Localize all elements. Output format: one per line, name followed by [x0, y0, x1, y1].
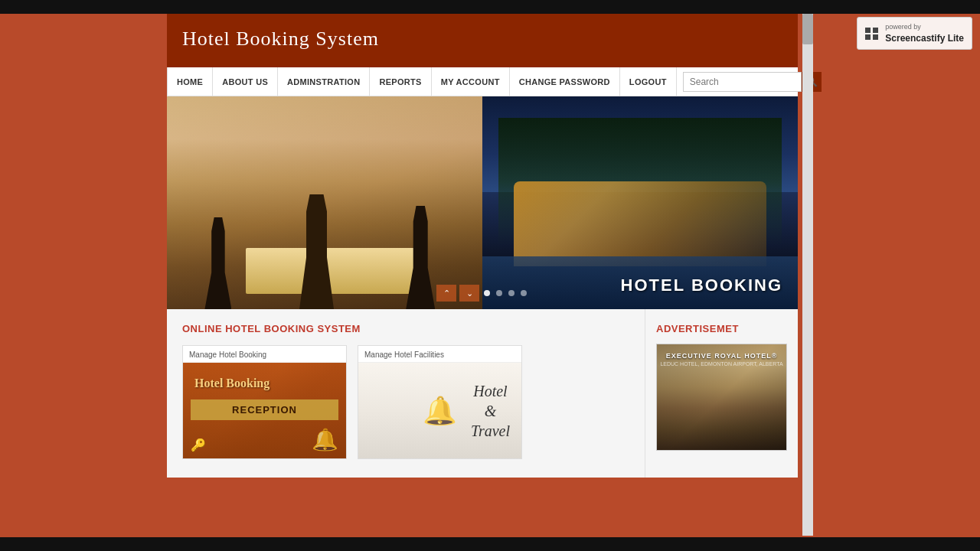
ad-sidebar: ADVERTISEMET Executive Royal Hotel® LEDU…	[645, 309, 798, 478]
travel-bell-icon: 🔔	[423, 395, 457, 427]
content-area: ONLINE HOTEL BOOKING SYSTEM Manage Hotel…	[167, 309, 798, 478]
reception-desk	[246, 248, 420, 294]
carousel-dot-2[interactable]	[496, 290, 502, 296]
carousel-up-btn[interactable]: ⌃	[436, 285, 456, 302]
cards-row: Manage Hotel Booking Hotel Booking RECEP…	[182, 345, 629, 459]
main-section: ONLINE HOTEL BOOKING SYSTEM Manage Hotel…	[167, 309, 645, 478]
card-travel-label: Manage Hotel Facilities	[358, 346, 521, 363]
nav-item-changepassword[interactable]: CHANGE PASSWORD	[510, 67, 620, 96]
scrollbar[interactable]	[802, 14, 813, 536]
and-text: &	[485, 403, 497, 419]
booking-card-title: Hotel Booking	[194, 377, 270, 390]
hero-left-reception	[167, 96, 482, 309]
carousel-dot-3[interactable]	[508, 290, 514, 296]
search-input[interactable]	[683, 72, 802, 92]
bell-icon: 🔔	[312, 427, 338, 452]
site-title: Hotel Booking System	[182, 28, 782, 51]
navigation-bar: HOME ABOUT US ADMINSTRATION REPORTS MY A…	[167, 67, 798, 96]
card-booking-image[interactable]: Hotel Booking RECEPTION 🔑 🔔	[183, 363, 346, 458]
carousel-dot-1[interactable]	[484, 290, 490, 296]
nav-item-logout[interactable]: LOGOUT	[620, 67, 677, 96]
nav-item-admin[interactable]: ADMINSTRATION	[278, 67, 370, 96]
travel-text: Travel	[471, 422, 510, 439]
key-icon: 🔑	[191, 438, 206, 452]
card-travel-image[interactable]: 🔔 Hotel & Travel	[358, 363, 521, 458]
black-bar-bottom	[0, 537, 980, 551]
nav-item-home[interactable]: HOME	[167, 67, 213, 96]
section-title: ONLINE HOTEL BOOKING SYSTEM	[182, 323, 629, 334]
nav-item-reports[interactable]: REPORTS	[370, 67, 431, 96]
hero-banner: HOTEL BOOKING ⌃ ⌄	[167, 96, 798, 309]
hotel-text: Hotel	[473, 383, 507, 399]
card-travel: Manage Hotel Facilities 🔔 Hotel & Travel	[358, 345, 522, 459]
black-bar-top	[0, 0, 980, 14]
main-content-wrapper: Hotel Booking System HOME ABOUT US ADMIN…	[167, 14, 798, 478]
site-header: Hotel Booking System	[167, 14, 798, 67]
carousel-controls: ⌃ ⌄	[436, 285, 528, 302]
screencastify-text: powered by Screencastify Lite	[885, 22, 964, 44]
ad-hotel-name: Executive Royal Hotel®	[657, 352, 786, 360]
ad-image: Executive Royal Hotel® LEDUC HOTEL, EDMO…	[656, 344, 787, 451]
ad-title: ADVERTISEMET	[656, 323, 787, 334]
carousel-down-btn[interactable]: ⌄	[459, 285, 479, 302]
booking-card-subtitle: RECEPTION	[191, 399, 338, 420]
card-booking: Manage Hotel Booking Hotel Booking RECEP…	[182, 345, 347, 459]
screencastify-badge: powered by Screencastify Lite	[857, 17, 972, 50]
nav-item-about[interactable]: ABOUT US	[213, 67, 278, 96]
screencastify-icon	[865, 28, 879, 40]
scrollbar-thumb[interactable]	[802, 14, 813, 44]
card-booking-label: Manage Hotel Booking	[183, 346, 346, 363]
travel-text-overlay: Hotel & Travel	[471, 381, 510, 441]
ad-overlay	[657, 344, 786, 450]
hero-text: HOTEL BOOKING	[621, 276, 782, 295]
villa-lights	[514, 181, 766, 266]
carousel-dot-4[interactable]	[521, 290, 527, 296]
nav-item-myaccount[interactable]: MY ACCOUNT	[432, 67, 510, 96]
ad-hotel-sub: LEDUC HOTEL, EDMONTON AIRPORT, ALBERTA	[657, 361, 786, 367]
